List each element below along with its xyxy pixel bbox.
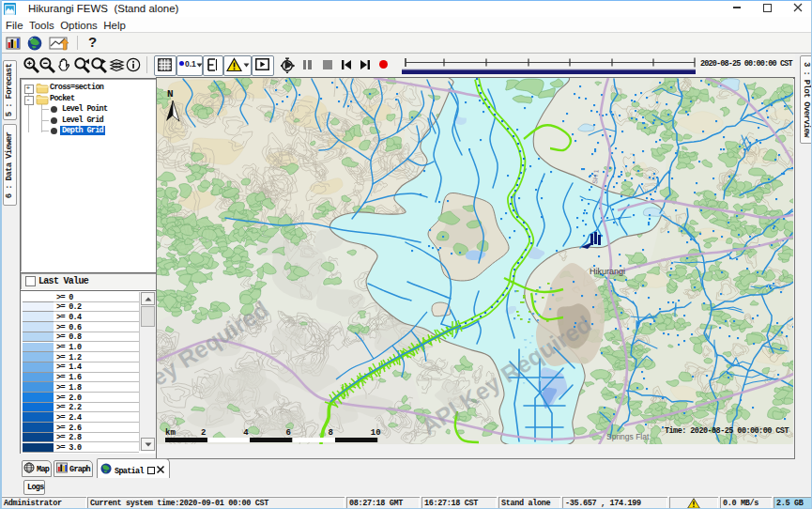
- svg-text:10: 10: [371, 428, 381, 438]
- svg-text:Hikurangi: Hikurangi: [590, 267, 625, 276]
- svg-text:km: km: [165, 428, 176, 438]
- svg-text:N: N: [167, 88, 174, 100]
- svg-text:Springs Flat: Springs Flat: [606, 432, 650, 441]
- svg-text:8: 8: [329, 428, 333, 438]
- svg-text:2: 2: [201, 428, 206, 438]
- svg-text:Time: 2020-08-25 00:00:00 CST: Time: 2020-08-25 00:00:00 CST: [665, 426, 789, 436]
- svg-text:4: 4: [243, 428, 249, 438]
- svg-text:6: 6: [285, 428, 290, 438]
